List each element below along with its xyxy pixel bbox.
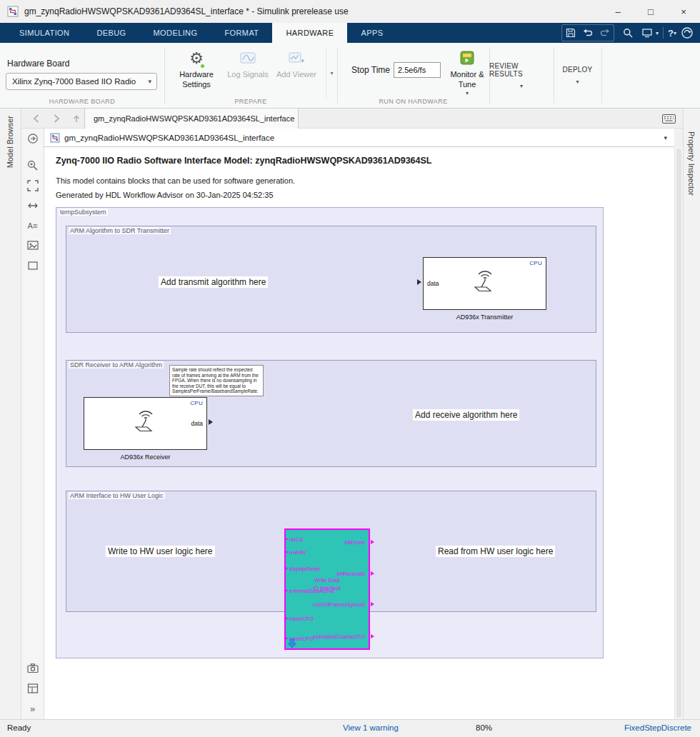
tab-modeling[interactable]: MODELING [140, 23, 211, 43]
undo-icon[interactable] [579, 25, 596, 41]
cpu-tag: CPU [190, 400, 203, 406]
deploy-button[interactable]: DEPLOY ▾ [554, 43, 601, 108]
sample-rate-annotation[interactable]: Sample rate should reflect the expected … [169, 365, 264, 396]
section-prepare: PREPARE [164, 98, 337, 105]
rx-annotation[interactable]: Add receive algorithm here [413, 409, 519, 421]
solver-link[interactable]: FixedStepDiscrete [624, 723, 691, 732]
input-port-icon[interactable] [417, 279, 421, 285]
save-icon[interactable] [562, 25, 579, 41]
minimize-icon[interactable]: – [601, 0, 634, 23]
navigate-icon[interactable] [21, 129, 44, 148]
maximize-icon[interactable]: □ [634, 0, 667, 23]
property-inspector-label: Property Inspector [687, 131, 696, 196]
output-port-icon[interactable] [209, 419, 213, 425]
port-label: data [191, 420, 203, 427]
input-port-icon[interactable] [284, 566, 288, 571]
monitor-tune-button[interactable]: Monitor & Tune ▾ [445, 47, 489, 97]
antenna-icon [129, 403, 163, 433]
gallery-expander[interactable]: ▾ [326, 47, 337, 99]
log-signals-button[interactable]: Log Signals [224, 47, 271, 80]
close-icon[interactable]: × [667, 0, 700, 23]
model-canvas[interactable]: Zynq-7000 IIO Radio Software Interface M… [44, 147, 674, 719]
input-port-icon[interactable] [284, 616, 288, 621]
quick-access-toolbar: ▾ ? ▾ [561, 23, 696, 43]
back-icon[interactable] [27, 111, 46, 126]
deploy-label: DEPLOY [563, 66, 593, 74]
model-generated-line: Generated by HDL Workflow Advisor on 30-… [56, 191, 274, 199]
resize-icon[interactable] [21, 196, 44, 215]
chevron-down-icon[interactable]: ▾ [664, 134, 667, 141]
output-port-icon[interactable] [371, 540, 374, 544]
area-hw-interface-label: ARM Interface to HW User Logic [69, 492, 165, 499]
link-badge-icon[interactable] [288, 638, 296, 648]
hw-output-label: numOfFramesSynced [313, 601, 365, 608]
document-tab-label: gm_zynqRadioHWSWQPSKAD9361AD9364SL_inter… [94, 114, 294, 123]
model-heading: Zynq-7000 IIO Radio Software Interface M… [56, 156, 432, 166]
expand-icon[interactable]: » [21, 699, 44, 718]
breadcrumb-model-name: gm_zynqRadioHWSWQPSKAD9361AD9364SL_inter… [64, 134, 274, 142]
section-hardware-board: HARDWARE BOARD [0, 98, 164, 105]
model-description: This model contains blocks that can be u… [56, 176, 295, 185]
stop-time-input[interactable] [394, 62, 441, 78]
help-icon[interactable]: ? [668, 28, 674, 39]
hw-interface-block[interactable]: ratCS overAir displayReset externalDataA… [284, 528, 370, 650]
screens-icon[interactable] [639, 25, 656, 41]
keyboard-icon[interactable] [662, 114, 676, 124]
up-icon[interactable] [67, 111, 86, 126]
output-port-icon[interactable] [371, 571, 374, 576]
hardware-settings-button[interactable]: ⚙ Hardware Settings [170, 47, 223, 90]
area-icon[interactable] [21, 256, 44, 275]
review-results-button[interactable]: REVIEW RESULTS ▾ [489, 43, 554, 108]
model-browser-strip[interactable]: Model Browser [0, 109, 21, 719]
screenshot-icon[interactable] [21, 659, 44, 678]
input-port-icon[interactable] [284, 537, 288, 541]
hw-write-annotation[interactable]: Write to HW user logic here [106, 546, 215, 557]
forward-icon[interactable] [47, 111, 66, 126]
image-icon[interactable] [21, 236, 44, 255]
tab-simulation[interactable]: SIMULATION [6, 23, 83, 43]
status-bar: Ready View 1 warning 80% FixedStepDiscre… [0, 719, 700, 737]
hw-output-label: bitErrors [345, 539, 365, 546]
receiver-block[interactable]: CPU data AD936x Receiver [84, 397, 207, 450]
chevron-down-icon[interactable]: ▾ [656, 30, 659, 36]
hw-output-label: bitReceived [337, 571, 365, 577]
output-port-icon[interactable] [371, 634, 374, 638]
output-port-icon[interactable] [371, 602, 374, 606]
status-ready: Ready [7, 723, 31, 732]
fit-to-view-icon[interactable] [21, 176, 44, 195]
stop-time-label: Stop Time [351, 65, 390, 75]
area-receiver-label: SDR Receiver to ARM Algorithm [69, 361, 164, 368]
chevron-down-icon[interactable]: ▾ [674, 30, 676, 36]
zoom-icon[interactable] [21, 156, 44, 175]
annotation-icon[interactable]: A≡ [21, 216, 44, 235]
block-name: AD936x Receiver [84, 453, 206, 461]
window-title: gm_zynqRadioHWSWQPSKAD9361AD9364SL_inter… [24, 6, 349, 16]
hardware-board-select[interactable]: Xilinx Zynq-7000 Based IIO Radio ▾ [6, 73, 157, 90]
add-viewer-button[interactable]: Add Viewer [274, 47, 319, 80]
search-icon[interactable] [619, 25, 636, 41]
tab-format[interactable]: FORMAT [211, 23, 272, 43]
scrollbar-thumb[interactable] [676, 149, 681, 718]
simulink-window: gm_zynqRadioHWSWQPSKAD9361AD9364SL_inter… [0, 0, 700, 737]
hw-output-label: estimatedCoarseCFO [313, 633, 365, 640]
tab-hardware[interactable]: HARDWARE [272, 23, 347, 43]
vertical-scrollbar[interactable] [674, 147, 683, 719]
tab-apps[interactable]: APPS [347, 23, 396, 43]
title-bar: gm_zynqRadioHWSWQPSKAD9361AD9364SL_inter… [0, 0, 700, 23]
hw-block-title-line2: IO Interface [286, 585, 369, 591]
document-tab[interactable]: gm_zynqRadioHWSWQPSKAD9361AD9364SL_inter… [84, 109, 299, 129]
tx-annotation[interactable]: Add transmit algorithm here [159, 276, 268, 288]
warning-link[interactable]: View 1 warning [343, 723, 399, 732]
input-port-icon[interactable] [284, 550, 288, 554]
monitor-tune-label: Monitor & Tune [445, 70, 489, 90]
block-name: AD936x Transmitter [424, 314, 546, 321]
property-inspector-strip[interactable]: Property Inspector [683, 109, 700, 719]
viewmarks-icon[interactable] [21, 679, 44, 698]
tab-debug[interactable]: DEBUG [83, 23, 139, 43]
sync-icon[interactable] [679, 25, 696, 41]
breadcrumb[interactable]: gm_zynqRadioHWSWQPSKAD9361AD9364SL_inter… [44, 129, 674, 147]
redo-icon[interactable] [596, 25, 614, 41]
hw-read-annotation[interactable]: Read from HW user logic here [436, 546, 555, 557]
transmitter-block[interactable]: CPU data AD936x Transmitter [423, 257, 546, 310]
antenna-icon [468, 264, 502, 294]
